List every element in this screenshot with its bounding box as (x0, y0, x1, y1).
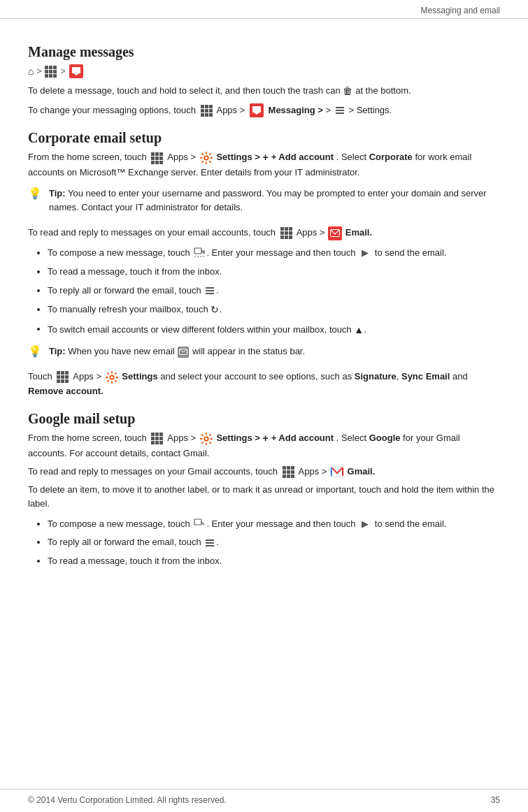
menu-dots-icon (334, 105, 345, 116)
google-mail-p3: To delete an item, to move it to another… (28, 483, 500, 511)
add-icon-gm: + (263, 433, 271, 444)
add-icon: + (263, 152, 271, 163)
svg-point-11 (204, 437, 208, 440)
list-item: To read a message, touch it from the inb… (48, 265, 500, 280)
email-icon-tip2 (178, 347, 189, 358)
gmail-icon (330, 465, 344, 479)
reply-menu-icon-1 (204, 285, 215, 296)
header-title: Messaging and email (421, 6, 500, 15)
page-number: 35 (491, 795, 500, 805)
list-item: To reply all or forward the email, touch… (48, 284, 500, 298)
manage-messages-heading: Manage messages (28, 44, 500, 60)
apps-icon-corp1 (151, 152, 163, 164)
svg-marker-3 (254, 113, 259, 115)
trash-icon: 🗑 (343, 85, 355, 96)
messaging-icon-p2 (250, 103, 264, 117)
messaging-small-icon (69, 64, 83, 78)
send-icon-1: ▶ (359, 247, 371, 259)
svg-marker-1 (73, 73, 79, 75)
manage-messages-nav: ⌂ > > (28, 64, 500, 78)
apps-icon-gm2 (283, 466, 294, 478)
email-icon-corp (328, 226, 342, 240)
corporate-email-heading: Corporate email setup (28, 130, 500, 146)
apps-grid-icon (45, 66, 57, 78)
copyright: © 2014 Vertu Corporation Limited. All ri… (28, 795, 227, 805)
tip-box-1: 💡 Tip: You need to enter your username a… (28, 187, 500, 219)
svg-point-10 (110, 375, 113, 379)
apps-icon-p2 (201, 105, 213, 117)
corporate-email-p3: Touch Apps > Settings and select your ac… (28, 370, 500, 398)
list-item: To compose a new message, touch . Enter … (48, 517, 500, 532)
page-footer: © 2014 Vertu Corporation Limited. All ri… (0, 789, 528, 805)
list-item: To compose a new message, touch . Enter … (48, 246, 500, 261)
apps-icon-corp2 (280, 227, 292, 239)
svg-rect-0 (72, 67, 80, 73)
send-icon-2: ▶ (359, 518, 371, 530)
corporate-email-p1: From the home screen, touch Apps > Setti… (28, 150, 500, 180)
svg-rect-15 (194, 519, 201, 525)
reply-menu-icon-2 (204, 537, 215, 549)
apps-icon-gm1 (151, 433, 163, 444)
refresh-icon-1: ↻ (211, 304, 219, 315)
settings-icon-gm1 (199, 432, 213, 446)
google-mail-p2: To read and reply to messages on your Gm… (28, 465, 500, 479)
settings-icon-corp3 (105, 370, 119, 384)
svg-rect-6 (194, 248, 201, 254)
svg-rect-2 (252, 106, 261, 113)
corporate-email-p2: To read and reply to messages on your em… (28, 226, 500, 240)
google-mail-p1: From the home screen, touch Apps > Setti… (28, 431, 500, 461)
tip-bulb-icon-1: 💡 (28, 187, 42, 200)
page-header: Messaging and email (0, 0, 528, 19)
home-icon: ⌂ (28, 66, 34, 77)
corporate-email-bullets: To compose a new message, touch . Enter … (48, 246, 500, 338)
folder-icon-1: ▲ (354, 324, 364, 335)
list-item: To manually refresh your mailbox, touch … (48, 302, 500, 317)
manage-messages-p2: To change your messaging options, touch … (28, 103, 500, 118)
svg-line-7 (201, 251, 204, 254)
list-item: To switch email accounts or view differe… (48, 322, 500, 338)
svg-point-4 (204, 156, 208, 159)
list-item: To reply all or forward the email, touch… (48, 535, 500, 550)
settings-icon-corp1 (199, 151, 213, 165)
svg-line-16 (201, 522, 204, 525)
compose-icon-2 (193, 518, 206, 530)
apps-icon-corp3 (57, 371, 69, 383)
compose-icon-1 (193, 247, 206, 259)
list-item: To read a message, touch it from the inb… (48, 554, 500, 569)
google-mail-heading: Google mail setup (28, 411, 500, 427)
tip-box-2: 💡 Tip: When you have new email will appe… (28, 345, 500, 363)
manage-messages-p1: To delete a message, touch and hold to s… (28, 84, 500, 99)
tip-bulb-icon-2: 💡 (28, 345, 42, 358)
google-mail-bullets: To compose a new message, touch . Enter … (48, 517, 500, 569)
